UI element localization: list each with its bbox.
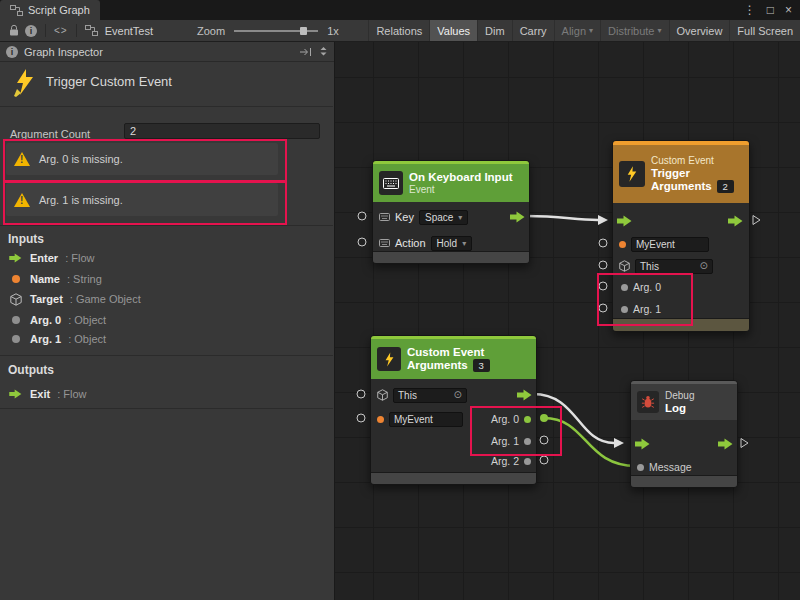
dim-button[interactable]: Dim bbox=[477, 20, 512, 41]
cube-icon[interactable] bbox=[619, 260, 630, 272]
flow-input-port[interactable] bbox=[635, 438, 650, 450]
values-button[interactable]: Values bbox=[429, 20, 477, 41]
graph-inspector-panel: i Graph Inspector Trigger Custom Event A… bbox=[0, 42, 335, 600]
unconnected-port[interactable] bbox=[599, 239, 608, 248]
cube-icon[interactable] bbox=[377, 389, 388, 401]
object-picker-icon: ⊙ bbox=[700, 261, 708, 271]
divider bbox=[0, 408, 333, 409]
unconnected-port[interactable] bbox=[599, 282, 608, 291]
unity-script-graph-window: Script Graph ⋮ □ × i <> EventTest Zoom 1… bbox=[0, 0, 800, 600]
node-footer bbox=[371, 472, 536, 484]
divider bbox=[0, 225, 333, 226]
argument-count-input[interactable]: 2 bbox=[124, 123, 320, 139]
info-icon[interactable]: i bbox=[25, 25, 37, 37]
warning-icon bbox=[14, 152, 30, 166]
keyboard-mini-icon bbox=[379, 239, 390, 247]
flow-output-port[interactable] bbox=[718, 438, 733, 450]
node-debug-log[interactable]: Debug Log Message bbox=[630, 380, 738, 488]
graph-name[interactable]: EventTest bbox=[105, 25, 153, 37]
maximize-icon[interactable]: □ bbox=[767, 3, 774, 17]
string-port-icon[interactable] bbox=[619, 241, 626, 248]
event-name-field[interactable]: MyEvent bbox=[631, 237, 709, 252]
lock-icon[interactable] bbox=[9, 24, 19, 37]
code-icon[interactable]: <> bbox=[54, 25, 68, 36]
node-header[interactable]: Debug Log bbox=[631, 384, 737, 420]
node-on-keyboard-input[interactable]: On Keyboard Input Event Key Space▾ Actio… bbox=[372, 160, 530, 264]
port-row-arg0: Arg. 0Object bbox=[8, 311, 326, 329]
action-dropdown[interactable]: Hold▾ bbox=[431, 236, 473, 251]
port-row-exit: ExitFlow bbox=[8, 385, 326, 403]
full-screen-button[interactable]: Full Screen bbox=[729, 20, 800, 41]
close-icon[interactable]: × bbox=[785, 3, 792, 17]
unconnected-port[interactable] bbox=[540, 456, 549, 465]
flow-output-port[interactable] bbox=[517, 389, 532, 401]
node-title: Log bbox=[665, 402, 694, 415]
keyboard-icon bbox=[379, 171, 403, 195]
tab-title: Script Graph bbox=[28, 4, 90, 16]
graph-canvas[interactable]: On Keyboard Input Event Key Space▾ Actio… bbox=[335, 42, 800, 600]
distribute-dropdown[interactable]: Distribute▾ bbox=[600, 20, 668, 41]
node-header[interactable]: On Keyboard Input Event bbox=[373, 164, 529, 202]
string-port-icon[interactable] bbox=[377, 416, 384, 423]
action-row: Action Hold▾ bbox=[379, 235, 472, 251]
unconnected-port[interactable] bbox=[358, 238, 367, 247]
inputs-heading: Inputs bbox=[8, 232, 44, 246]
object-port-icon[interactable] bbox=[637, 464, 644, 471]
node-trigger-custom-event[interactable]: Custom Event Trigger Arguments2 MyEvent … bbox=[612, 140, 750, 332]
node-header[interactable]: Custom Event Trigger Arguments2 bbox=[613, 145, 749, 203]
dock-pane-icon[interactable] bbox=[299, 47, 312, 57]
flow-output-port[interactable] bbox=[728, 215, 743, 227]
object-port-icon[interactable] bbox=[524, 438, 531, 445]
graph-toolbar: i <> EventTest Zoom 1x Relations Values … bbox=[0, 20, 800, 42]
event-name-field[interactable]: MyEvent bbox=[389, 412, 463, 427]
unconnected-port[interactable] bbox=[599, 304, 608, 313]
node-custom-event-listener[interactable]: Custom Event Arguments3 This⊙ MyEvent Ar… bbox=[370, 335, 537, 485]
unconnected-flow-port[interactable] bbox=[740, 437, 749, 449]
unconnected-port[interactable] bbox=[358, 212, 367, 221]
chevron-down-icon: ▾ bbox=[462, 239, 466, 248]
align-dropdown[interactable]: Align▾ bbox=[554, 20, 600, 41]
overview-button[interactable]: Overview bbox=[669, 20, 730, 41]
flow-output-port[interactable] bbox=[510, 211, 525, 223]
node-footer bbox=[631, 475, 737, 487]
inspector-header: i Graph Inspector bbox=[0, 42, 334, 62]
node-header[interactable]: Custom Event Arguments3 bbox=[371, 339, 536, 379]
key-row: Key Space▾ bbox=[379, 209, 468, 225]
node-title: Trigger bbox=[651, 167, 734, 180]
flow-arrow-icon bbox=[8, 253, 23, 263]
object-port-icon bbox=[8, 335, 23, 343]
wire-arg0-to-message bbox=[544, 418, 636, 466]
arg0-row: Arg. 0 bbox=[619, 279, 661, 295]
relations-button[interactable]: Relations bbox=[368, 20, 429, 41]
node-title: Custom Event bbox=[407, 346, 490, 359]
object-port-icon[interactable] bbox=[524, 458, 531, 465]
info-icon: i bbox=[6, 46, 18, 58]
node-title-2: Arguments bbox=[407, 359, 468, 372]
unconnected-port[interactable] bbox=[540, 436, 549, 445]
unconnected-port[interactable] bbox=[357, 414, 366, 423]
spinner-icon[interactable] bbox=[319, 46, 328, 57]
connected-port[interactable] bbox=[540, 414, 548, 422]
connected-port-icon[interactable] bbox=[524, 416, 531, 423]
object-port-icon[interactable] bbox=[621, 306, 628, 313]
carry-button[interactable]: Carry bbox=[512, 20, 554, 41]
unconnected-port[interactable] bbox=[599, 261, 608, 270]
warning-box: Arg. 0 is missing. bbox=[6, 143, 278, 175]
tab-script-graph[interactable]: Script Graph bbox=[0, 0, 100, 20]
target-field[interactable]: This⊙ bbox=[635, 259, 713, 274]
arg-count-badge: 2 bbox=[717, 180, 734, 193]
wire-keyboard-to-trigger bbox=[526, 216, 598, 220]
unconnected-flow-port[interactable] bbox=[752, 214, 761, 226]
flow-input-port[interactable] bbox=[617, 215, 632, 227]
unconnected-port[interactable] bbox=[357, 390, 366, 399]
message-row: Message bbox=[637, 459, 692, 475]
key-dropdown[interactable]: Space▾ bbox=[419, 210, 468, 225]
kebab-menu-icon[interactable]: ⋮ bbox=[744, 3, 756, 17]
object-port-icon[interactable] bbox=[621, 284, 628, 291]
zoom-value: 1x bbox=[327, 25, 339, 37]
zoom-slider-thumb[interactable] bbox=[300, 27, 307, 35]
zoom-slider[interactable] bbox=[234, 30, 318, 32]
event-name-row: MyEvent bbox=[377, 411, 463, 427]
target-field[interactable]: This⊙ bbox=[393, 388, 467, 403]
divider bbox=[0, 106, 333, 107]
